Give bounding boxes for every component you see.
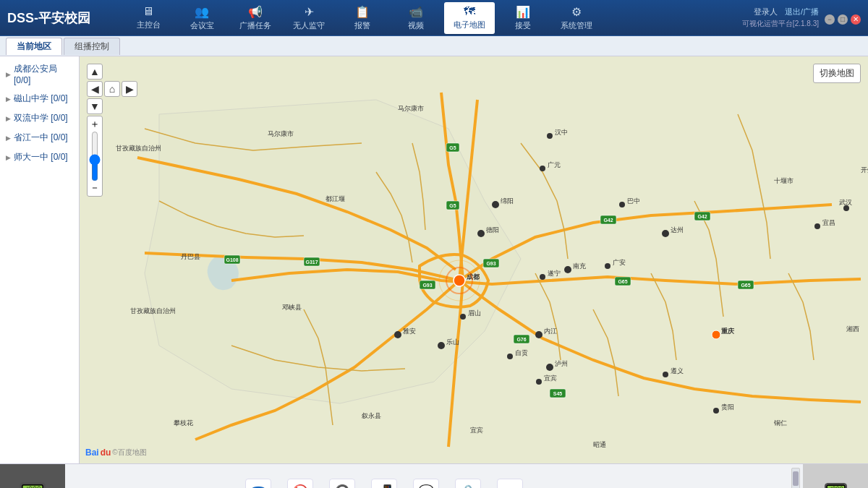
svg-point-43 [460, 314, 466, 320]
nav-item-main-control[interactable]: 🖥主控台 [123, 2, 174, 34]
svg-text:攀枝花: 攀枝花 [174, 419, 193, 427]
nav-item-sysadmin[interactable]: ⚙系统管理 [551, 2, 602, 34]
svg-text:乐山: 乐山 [446, 338, 459, 346]
logout-btn[interactable]: 退出/广播 [785, 7, 819, 17]
nav-label-conference: 会议宝 [190, 20, 214, 31]
action-btn-zuting[interactable]: 🚫 驻听 [284, 479, 316, 489]
nav-icon-report: 📋 [355, 5, 370, 19]
sidebar-item[interactable]: 师大一中 [0/0] [0, 147, 79, 167]
controls-middle: 📞 呼叫 ☎ 对讲 🚫 驻听 🎧 监听 📲 强插 💬 拆讲 🔒 密语 ↗ 转发 [65, 479, 788, 489]
svg-text:丹巴县: 丹巴县 [181, 253, 200, 260]
svg-text:甘孜藏族自治州: 甘孜藏族自治州 [130, 307, 176, 314]
tab-team-control[interactable]: 组播控制 [64, 38, 120, 55]
action-btn-poliang[interactable]: 💬 拆讲 [410, 479, 442, 489]
svg-text:宜昌: 宜昌 [822, 219, 835, 226]
action-btn-qiangcha[interactable]: 📲 强插 [368, 479, 400, 489]
nav-icon-video: 📹 [409, 5, 423, 19]
svg-text:湘西: 湘西 [846, 325, 859, 333]
action-icon-qiangcha: 📲 [371, 479, 397, 489]
action-btn-miyu[interactable]: 🔒 密语 [452, 479, 484, 489]
maximize-button[interactable]: □ [838, 14, 848, 25]
map-container[interactable]: G5 G5 G93 G93 G42 G42 G65 G65 G76 S45 G3… [80, 56, 868, 463]
zoom-slider[interactable] [90, 131, 100, 181]
version-label: 可视化运营平台[2.1.8.3] [742, 19, 819, 29]
svg-point-25 [454, 275, 465, 286]
svg-text:铜仁: 铜仁 [773, 419, 787, 427]
nav-label-uav: 无人监守 [293, 20, 325, 31]
svg-point-37 [546, 364, 553, 371]
nav-item-video[interactable]: 📹视频 [391, 2, 441, 34]
pan-right-button[interactable]: ▶ [122, 81, 137, 97]
action-icon-zhuanfa: ↗ [497, 479, 523, 489]
svg-text:G5: G5 [449, 145, 456, 150]
nav-label-sysadmin: 系统管理 [561, 20, 592, 31]
header: DSS-平安校园 🖥主控台👥会议宝📢广播任务✈无人监守📋报警📹视频🗺电子地图📊接… [0, 0, 868, 36]
nav-icon-uav: ✈ [305, 5, 314, 19]
phone-right-icon: 📟 [823, 479, 848, 488]
nav-item-attendance[interactable]: 📊接受 [498, 2, 548, 34]
pan-home-button[interactable]: ⌂ [104, 81, 120, 97]
action-btn-zhuanfa[interactable]: ↗ 转发 [494, 479, 526, 489]
bottom-panel: 📟 左话机(高线) 📞 呼叫 ☎ 对讲 🚫 驻听 🎧 监听 📲 强插 💬 拆讲 … [0, 463, 868, 488]
baidu-logo: Baidu ©百度地图 [85, 448, 147, 458]
header-right: 登录人 退出/广播 可视化运营平台[2.1.8.3] [742, 7, 819, 29]
pan-up-button[interactable]: ▲ [87, 64, 103, 80]
action-icon-poliang: 💬 [413, 479, 439, 489]
minimize-button[interactable]: － [825, 14, 835, 25]
nav-item-report[interactable]: 📋报警 [337, 2, 388, 34]
action-btn-jianting[interactable]: 🎧 监听 [326, 479, 358, 489]
svg-point-35 [535, 331, 542, 338]
svg-text:遵义: 遵义 [671, 367, 684, 374]
pan-left-button[interactable]: ◀ [87, 81, 103, 97]
window-controls: － □ ✕ [825, 12, 861, 25]
pan-down-button[interactable]: ▼ [87, 98, 103, 114]
svg-text:宜宾: 宜宾 [544, 374, 557, 382]
sidebar-item[interactable]: 成都公安局 [0/0] [0, 59, 79, 89]
nav-icon-sysadmin: ⚙ [571, 5, 582, 19]
action-icon-duijing: ☎ [245, 479, 271, 489]
svg-point-47 [536, 379, 542, 385]
svg-text:自贡: 自贡 [515, 349, 528, 356]
svg-point-65 [663, 372, 668, 377]
sidebar-item[interactable]: 磁山中学 [0/0] [0, 89, 79, 108]
svg-point-41 [540, 274, 545, 280]
nav-icon-broadcast: 📢 [248, 5, 263, 19]
map-svg: G5 G5 G93 G93 G42 G42 G65 G65 G76 S45 G3… [80, 56, 868, 463]
sidebar-item[interactable]: 双流中学 [0/0] [0, 108, 79, 128]
svg-text:都江堰: 都江堰 [326, 195, 345, 202]
svg-text:宜宾: 宜宾 [470, 427, 483, 434]
svg-text:G93: G93 [486, 261, 495, 266]
svg-text:G108: G108 [226, 257, 238, 262]
bottom-scrollbar[interactable] [791, 468, 800, 489]
close-button[interactable]: ✕ [851, 14, 861, 25]
svg-point-49 [605, 263, 610, 269]
action-icon-jianting: 🎧 [329, 479, 355, 489]
svg-text:达州: 达州 [671, 226, 684, 234]
nav-icon-main-control: 🖥 [142, 5, 154, 18]
action-icon-zuting: 🚫 [287, 479, 313, 489]
nav-icon-conference: 👥 [195, 5, 209, 19]
nav-label-report: 报警 [354, 20, 370, 31]
svg-point-59 [547, 133, 553, 139]
svg-text:开州区: 开州区 [861, 166, 868, 174]
nav-item-conference[interactable]: 👥会议宝 [176, 2, 227, 34]
svg-text:成都: 成都 [466, 273, 480, 281]
nav-item-broadcast[interactable]: 📢广播任务 [230, 2, 281, 34]
nav-item-uav[interactable]: ✈无人监守 [284, 2, 334, 34]
action-btn-duijing[interactable]: ☎ 对讲 [242, 479, 274, 489]
zoom-out-button[interactable]: － [90, 181, 100, 194]
main-nav: 🖥主控台👥会议宝📢广播任务✈无人监守📋报警📹视频🗺电子地图📊接受⚙系统管理 [123, 2, 742, 34]
nav-item-emap[interactable]: 🗺电子地图 [444, 2, 495, 34]
svg-point-33 [394, 331, 401, 338]
svg-text:南充: 南充 [573, 262, 586, 270]
tab-current-area[interactable]: 当前地区 [6, 38, 62, 55]
svg-text:S45: S45 [553, 391, 563, 396]
svg-text:G76: G76 [516, 337, 526, 342]
sidebar-item[interactable]: 省江一中 [0/0] [0, 128, 79, 147]
svg-text:马尔康市: 马尔康市 [398, 105, 424, 112]
svg-point-39 [564, 266, 571, 273]
zoom-in-button[interactable]: ＋ [90, 118, 100, 131]
phone-left-icon: 📟 [18, 477, 47, 489]
map-overlay-button[interactable]: 切换地图 [813, 64, 861, 83]
svg-point-63 [814, 223, 820, 229]
